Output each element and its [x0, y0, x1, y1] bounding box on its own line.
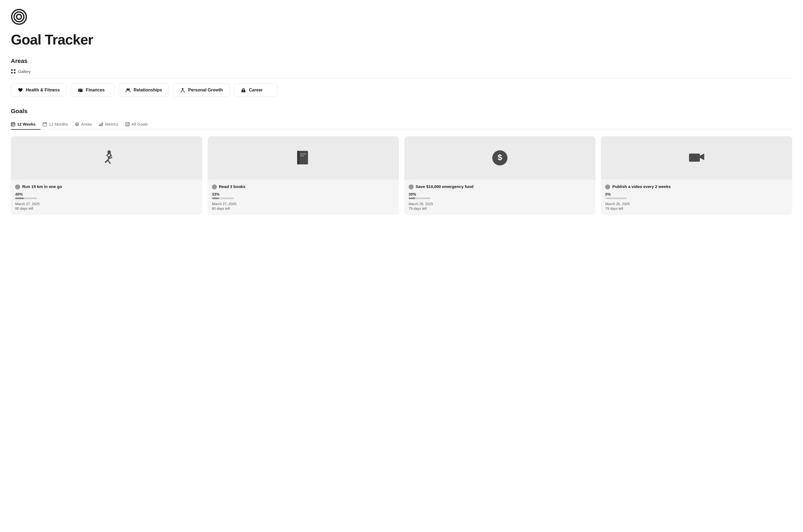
goal-target-icon-run — [15, 185, 20, 189]
goal-target-icon-read — [212, 185, 217, 189]
svg-rect-4 — [14, 69, 16, 71]
progress-bg-save — [409, 197, 430, 199]
goal-image-save: $ — [404, 136, 596, 179]
goal-percent-run: 40% — [15, 192, 198, 196]
svg-point-10 — [127, 89, 128, 90]
svg-point-44 — [606, 186, 609, 188]
goal-title-row-video: Publish a video every 2 weeks — [605, 184, 788, 189]
area-label-relationships: Relationships — [133, 88, 162, 93]
goals-grid: Run 15 km in one go 40% March 27, 2025 8… — [11, 136, 792, 215]
calendar-icon — [43, 122, 47, 127]
progress-fill-run — [15, 197, 24, 199]
svg-rect-8 — [78, 89, 82, 90]
goal-days-video: 79 days left — [605, 206, 788, 210]
area-card-finances[interactable]: Finances — [71, 83, 114, 97]
progress-bg-video — [605, 197, 627, 199]
gallery-view-toggle[interactable]: Gallery — [11, 69, 792, 74]
svg-rect-24 — [102, 122, 102, 126]
svg-rect-22 — [99, 125, 100, 126]
layers-icon — [75, 122, 79, 127]
goals-section-title: Goals — [11, 108, 792, 115]
dollar-icon: $ — [490, 148, 510, 168]
area-card-relationships[interactable]: Relationships — [118, 83, 169, 97]
goal-date-run: March 27, 2025 — [15, 202, 198, 206]
svg-rect-25 — [126, 122, 129, 126]
svg-rect-42 — [689, 154, 700, 162]
svg-rect-5 — [11, 72, 13, 74]
tabs-row: 12 Weeks 12 Months Areas M — [11, 119, 792, 130]
goal-card-read[interactable]: Read 3 books 33% March 27, 2025 80 days … — [208, 136, 399, 215]
svg-point-12 — [182, 88, 184, 90]
goal-days-run: 80 days left — [15, 206, 198, 210]
goal-date-video: March 26, 2025 — [605, 202, 788, 206]
svg-rect-33 — [300, 155, 304, 156]
svg-point-35 — [213, 186, 216, 188]
relationships-icon — [125, 87, 131, 93]
tab-12weeks[interactable]: 12 Weeks — [11, 119, 40, 130]
gallery-label: Gallery — [18, 69, 31, 74]
svg-point-28 — [16, 186, 19, 188]
goal-image-read — [208, 136, 399, 179]
svg-rect-23 — [100, 124, 101, 126]
goal-target-icon-save — [409, 185, 414, 189]
goal-card-run[interactable]: Run 15 km in one go 40% March 27, 2025 8… — [11, 136, 202, 215]
divider — [11, 78, 792, 78]
svg-rect-21 — [43, 122, 47, 126]
gallery-icon — [11, 69, 16, 74]
area-card-health-fitness[interactable]: Health & Fitness — [11, 83, 67, 97]
progress-bg-read — [212, 197, 234, 199]
goal-card-video[interactable]: Publish a video every 2 weeks 0% March 2… — [601, 136, 792, 215]
table-icon — [125, 122, 130, 127]
svg-point-41 — [410, 186, 412, 188]
svg-point-29 — [17, 186, 18, 188]
goal-body-read: Read 3 books 33% March 27, 2025 80 days … — [208, 179, 399, 215]
svg-rect-9 — [79, 91, 80, 91]
goal-days-read: 80 days left — [212, 206, 395, 210]
svg-rect-6 — [14, 72, 16, 74]
svg-point-45 — [607, 186, 609, 188]
running-icon — [97, 148, 116, 168]
svg-text:$: $ — [498, 153, 502, 162]
tab-allgoals[interactable]: All Goals — [125, 119, 153, 130]
tab-allgoals-label: All Goals — [132, 122, 148, 127]
tab-metrics-label: Metrics — [105, 122, 118, 127]
svg-rect-31 — [297, 151, 299, 165]
goals-section: Goals 12 Weeks 12 Months — [11, 108, 792, 215]
area-card-personal-growth[interactable]: Personal Growth — [173, 83, 229, 97]
camera-icon — [687, 148, 706, 168]
career-icon — [241, 87, 246, 93]
svg-rect-7 — [78, 89, 82, 92]
area-card-career[interactable]: Career — [234, 83, 277, 97]
svg-rect-17 — [13, 124, 13, 125]
svg-rect-20 — [13, 125, 13, 126]
svg-rect-19 — [12, 125, 12, 126]
book-icon — [293, 148, 313, 168]
svg-point-11 — [128, 89, 130, 90]
areas-section-title: Areas — [11, 58, 792, 64]
goal-title-row-read: Read 3 books — [212, 184, 395, 189]
svg-rect-14 — [243, 91, 244, 91]
goal-percent-read: 33% — [212, 192, 395, 196]
area-label-career: Career — [249, 88, 263, 93]
goal-target-icon-video — [605, 185, 610, 189]
tab-areas[interactable]: Areas — [75, 119, 97, 130]
svg-point-2 — [17, 14, 21, 19]
goal-title-row-save: Save $10,000 emergency fund — [409, 184, 591, 189]
goal-days-save: 79 days left — [409, 206, 591, 210]
goal-title-row-run: Run 15 km in one go — [15, 184, 198, 189]
area-label-personal-growth: Personal Growth — [188, 88, 223, 93]
progress-fill-read — [212, 197, 219, 199]
finances-icon — [78, 87, 83, 93]
tab-12months-label: 12 Months — [49, 122, 68, 127]
svg-rect-16 — [12, 124, 12, 125]
goal-card-save[interactable]: $ Save $10,000 emergency fund 30% March … — [404, 136, 596, 215]
svg-rect-32 — [300, 154, 306, 154]
calendar-grid-icon — [11, 122, 15, 127]
goal-date-save: March 26, 2025 — [409, 202, 591, 206]
tab-metrics[interactable]: Metrics — [99, 119, 123, 130]
tab-12months[interactable]: 12 Months — [43, 119, 73, 130]
page-title: Goal Tracker — [11, 32, 792, 48]
area-label-finances: Finances — [86, 88, 105, 93]
svg-point-36 — [213, 186, 215, 188]
areas-section: Areas Gallery Health & Fitness Finances — [11, 58, 792, 97]
